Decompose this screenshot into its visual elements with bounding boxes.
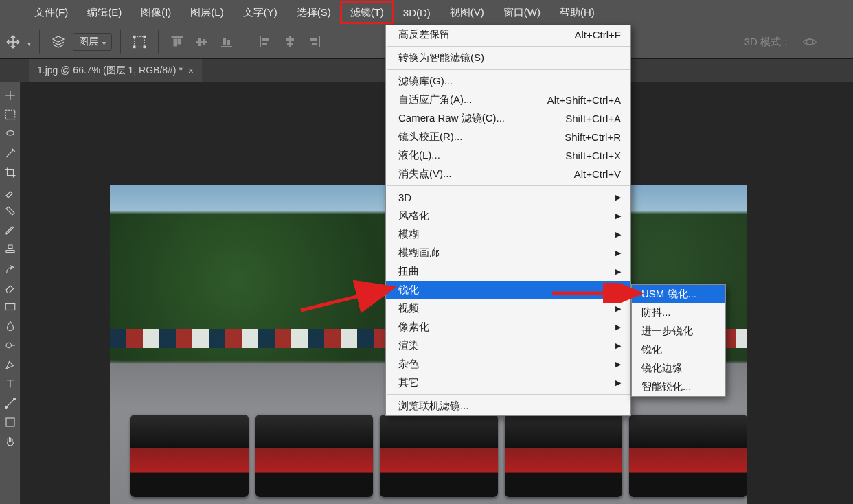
heal-tool[interactable]: [3, 203, 18, 218]
svg-rect-17: [289, 36, 291, 47]
menu-view[interactable]: 视图(V): [440, 2, 494, 23]
path-tool[interactable]: [3, 396, 18, 411]
menu-layer[interactable]: 图层(L): [181, 2, 233, 23]
type-tool[interactable]: [3, 376, 18, 391]
kart: [130, 415, 249, 497]
shape-tool[interactable]: [3, 415, 18, 430]
filter-menu-item[interactable]: 锐化▶: [386, 281, 630, 299]
sharpen-submenu-item[interactable]: USM 锐化...: [632, 285, 725, 303]
menu-separator: [387, 185, 630, 186]
filter-menu-item[interactable]: 模糊▶: [386, 225, 630, 244]
auto-select-icon[interactable]: [48, 32, 69, 52]
svg-rect-5: [172, 36, 183, 38]
filter-menu-item[interactable]: 消失点(V)...Alt+Ctrl+V: [386, 165, 630, 183]
menu-item-label: 扭曲: [398, 265, 419, 278]
filter-menu-item[interactable]: 浏览联机滤镜...: [386, 397, 630, 415]
svg-point-28: [5, 406, 7, 409]
history-brush-tool[interactable]: [3, 261, 18, 276]
align-top-icon[interactable]: [167, 32, 187, 52]
menu-help[interactable]: 帮助(H): [550, 2, 604, 23]
svg-rect-15: [262, 38, 269, 41]
filter-menu-item[interactable]: 像素化▶: [386, 318, 630, 336]
menu-item-shortcut: Alt+Shift+Ctrl+A: [547, 94, 621, 106]
dodge-tool[interactable]: [3, 338, 18, 353]
svg-rect-0: [135, 37, 145, 47]
align-left-icon[interactable]: [255, 32, 275, 52]
sharpen-submenu-item[interactable]: 锐化边缘: [632, 359, 725, 378]
menu-file[interactable]: 文件(F): [25, 2, 78, 23]
filter-menu-item[interactable]: 3D▶: [386, 188, 630, 207]
wand-tool[interactable]: [3, 146, 18, 161]
filter-menu-item[interactable]: 液化(L)...Shift+Ctrl+X: [386, 146, 630, 165]
pen-tool[interactable]: [3, 357, 18, 372]
filter-menu-item[interactable]: 渲染▶: [386, 336, 630, 355]
menu-image[interactable]: 图像(I): [131, 2, 181, 23]
eraser-tool[interactable]: [3, 280, 18, 295]
svg-rect-4: [144, 46, 146, 49]
submenu-arrow-icon: ▶: [615, 267, 621, 276]
svg-point-24: [804, 39, 816, 44]
menu-window[interactable]: 窗口(W): [494, 2, 550, 23]
crop-tool[interactable]: [3, 165, 18, 180]
tool-preset-dropdown-icon[interactable]: [27, 36, 31, 48]
svg-point-29: [13, 398, 15, 400]
filter-menu-item[interactable]: Camera Raw 滤镜(C)...Shift+Ctrl+A: [386, 109, 630, 128]
filter-menu-item[interactable]: 转换为智能滤镜(S): [386, 49, 630, 67]
menu-item-label: 消失点(V)...: [398, 168, 452, 181]
svg-rect-9: [198, 38, 201, 46]
filter-menu-item[interactable]: 高反差保留Alt+Ctrl+F: [386, 25, 630, 44]
menu-filter[interactable]: 滤镜(T): [341, 2, 394, 23]
eyedropper-tool[interactable]: [3, 184, 18, 199]
menu-item-label: 视频: [398, 302, 419, 315]
brush-tool[interactable]: [3, 222, 18, 238]
filter-menu-item[interactable]: 扭曲▶: [386, 262, 630, 281]
menu-item-label: 3D: [398, 192, 411, 203]
submenu-arrow-icon: ▶: [615, 304, 621, 313]
lasso-tool[interactable]: [3, 126, 18, 141]
menu-edit[interactable]: 编辑(E): [78, 2, 131, 23]
blur-tool[interactable]: [3, 319, 18, 334]
menu-type[interactable]: 文字(Y): [234, 2, 287, 23]
svg-rect-25: [5, 110, 15, 119]
move-tool-icon[interactable]: [3, 32, 23, 52]
filter-menu-item[interactable]: 滤镜库(G)...: [386, 72, 630, 91]
close-tab-icon[interactable]: ×: [188, 65, 194, 76]
menu-select[interactable]: 选择(S): [287, 2, 341, 23]
sharpen-submenu-item[interactable]: 进一步锐化: [632, 322, 725, 341]
sharpen-submenu-item[interactable]: 防抖...: [632, 303, 725, 322]
filter-menu-item[interactable]: 其它▶: [386, 374, 630, 392]
menu-separator: [387, 46, 630, 47]
menu-3d[interactable]: 3D(D): [394, 3, 440, 23]
sharpen-submenu-item[interactable]: 智能锐化...: [632, 378, 725, 396]
marquee-tool[interactable]: [3, 107, 18, 122]
sharpen-submenu: USM 锐化...防抖...进一步锐化锐化锐化边缘智能锐化...: [631, 284, 726, 397]
document-tab-title: 1.jpg @ 66.7% (图层 1, RGB/8#) *: [37, 65, 183, 77]
menu-item-shortcut: Alt+Ctrl+F: [574, 29, 621, 41]
filter-menu-item[interactable]: 风格化▶: [386, 207, 630, 225]
gradient-tool[interactable]: [3, 299, 18, 314]
auto-select-layer-dropdown[interactable]: 图层: [73, 33, 112, 51]
transform-controls-icon[interactable]: [129, 32, 150, 52]
hand-tool[interactable]: [3, 434, 18, 449]
menubar: 文件(F) 编辑(E) 图像(I) 图层(L) 文字(Y) 选择(S) 滤镜(T…: [0, 0, 853, 25]
sharpen-submenu-item[interactable]: 锐化: [632, 341, 725, 359]
filter-menu-item[interactable]: 自适应广角(A)...Alt+Shift+Ctrl+A: [386, 91, 630, 109]
document-tab[interactable]: 1.jpg @ 66.7% (图层 1, RGB/8#) * ×: [29, 59, 202, 82]
align-hcenter-icon[interactable]: [280, 32, 300, 52]
filter-menu-item[interactable]: 视频▶: [386, 299, 630, 318]
svg-rect-7: [178, 39, 181, 44]
align-vcenter-icon[interactable]: [192, 32, 212, 52]
align-right-icon[interactable]: [304, 32, 325, 52]
filter-menu-item[interactable]: 模糊画廊▶: [386, 244, 630, 262]
menu-item-label: 镜头校正(R)...: [398, 130, 462, 144]
filter-menu-item[interactable]: 杂色▶: [386, 355, 630, 374]
svg-rect-1: [133, 36, 136, 38]
stamp-tool[interactable]: [3, 242, 18, 257]
filter-menu-item[interactable]: 镜头校正(R)...Shift+Ctrl+R: [386, 128, 630, 146]
menu-item-label: 其它: [398, 376, 419, 389]
orbit-3d-icon[interactable]: [799, 32, 820, 52]
move-tool[interactable]: [3, 88, 18, 103]
submenu-arrow-icon: ▶: [615, 249, 621, 257]
align-bottom-icon[interactable]: [216, 32, 237, 52]
kart: [629, 415, 747, 497]
